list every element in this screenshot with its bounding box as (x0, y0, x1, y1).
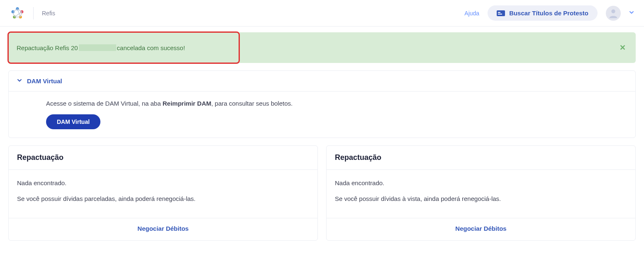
main-content: Repactuação Refis 20 cancelada com suces… (0, 32, 644, 241)
page-title: Refis (42, 10, 55, 17)
ajuda-link[interactable]: Ajuda (464, 10, 479, 17)
search-button-label: Buscar Títulos de Protesto (509, 10, 588, 17)
card-line1: Nada encontrado. (335, 178, 627, 188)
dam-virtual-body: Acesse o sistema de DAM Virtual, na aba … (9, 91, 635, 138)
card-line1: Nada encontrado. (17, 178, 309, 188)
logo-icon (10, 6, 25, 21)
chevron-down-icon[interactable] (629, 10, 634, 16)
card-title: Repactuação (17, 153, 309, 162)
negociar-debitos-link[interactable]: Negociar Débitos (455, 225, 506, 232)
negociar-debitos-link[interactable]: Negociar Débitos (137, 225, 188, 232)
dam-text-after: , para consultar seus boletos. (211, 100, 293, 107)
dam-text-bold: Reimprimir DAM (163, 100, 212, 107)
card-body: Nada encontrado. Se você possuir dívidas… (327, 170, 635, 218)
success-alert: Repactuação Refis 20 cancelada com suces… (8, 32, 636, 63)
logo[interactable] (10, 6, 25, 21)
card-body: Nada encontrado. Se você possuir dívidas… (9, 170, 317, 218)
redacted-segment (79, 44, 116, 51)
alert-prefix: Repactuação Refis 20 (17, 44, 78, 51)
header-right: Ajuda Buscar Títulos de Protesto (464, 5, 634, 21)
card-footer: Negociar Débitos (327, 218, 635, 240)
card-title: Repactuação (335, 153, 627, 162)
card-line2: Se você possuir dívidas parceladas, aind… (17, 194, 309, 204)
buscar-titulos-button[interactable]: Buscar Títulos de Protesto (488, 5, 598, 21)
repactuacao-card-avista: Repactuação Nada encontrado. Se você pos… (326, 145, 636, 241)
card-line2: Se você possuir dívidas à vista, ainda p… (335, 194, 627, 204)
card-icon (497, 10, 505, 16)
card-header: Repactuação (9, 146, 317, 170)
user-icon (607, 7, 619, 19)
dam-virtual-header[interactable]: DAM Virtual (9, 71, 635, 91)
header-left: Refis (10, 6, 55, 21)
alert-close-button[interactable]: ✕ (618, 41, 627, 54)
card-footer: Negociar Débitos (9, 218, 317, 240)
header: Refis Ajuda Buscar Títulos de Protesto (0, 0, 644, 27)
cards-row: Repactuação Nada encontrado. Se você pos… (8, 145, 636, 241)
close-icon: ✕ (620, 43, 626, 52)
avatar[interactable] (606, 6, 621, 21)
dam-virtual-panel: DAM Virtual Acesse o sistema de DAM Virt… (8, 70, 636, 138)
svg-point-12 (611, 9, 615, 13)
chevron-down-icon (17, 78, 22, 84)
alert-suffix: cancelada com sucesso! (117, 44, 185, 51)
header-divider (33, 7, 34, 19)
alert-text: Repactuação Refis 20 cancelada com suces… (17, 44, 185, 51)
card-text: Nada encontrado. Se você possuir dívidas… (17, 178, 309, 204)
dam-virtual-button[interactable]: DAM Virtual (46, 114, 100, 129)
repactuacao-card-parceladas: Repactuação Nada encontrado. Se você pos… (8, 145, 318, 241)
dam-virtual-title: DAM Virtual (27, 77, 62, 85)
card-text: Nada encontrado. Se você possuir dívidas… (335, 178, 627, 204)
dam-virtual-text: Acesse o sistema de DAM Virtual, na aba … (46, 100, 627, 107)
dam-text-before: Acesse o sistema de DAM Virtual, na aba (46, 100, 163, 107)
svg-line-9 (13, 9, 17, 12)
card-header: Repactuação (327, 146, 635, 170)
